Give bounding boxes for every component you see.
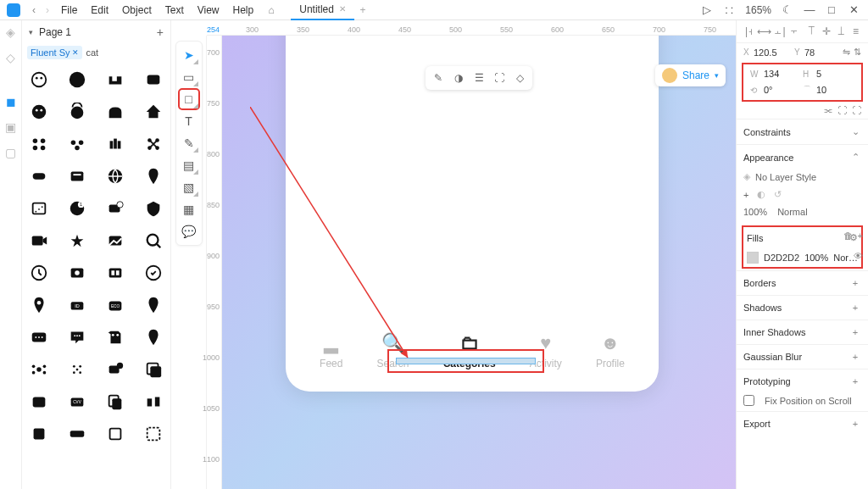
icon-item[interactable] (142, 132, 165, 156)
icon-item[interactable] (142, 422, 165, 446)
component-icon[interactable]: ◇ (510, 69, 529, 86)
icon-item[interactable] (142, 261, 165, 285)
close-window-icon[interactable]: ✕ (843, 3, 865, 16)
blur-section[interactable]: Gaussian Blur+ (737, 344, 868, 369)
prop-y[interactable]: 78 (804, 47, 833, 58)
icon-item[interactable] (27, 132, 51, 156)
prop-radius[interactable]: 10 (816, 85, 852, 95)
close-tab-icon[interactable]: ✕ (339, 4, 346, 14)
flip-h-icon[interactable]: ⇋ (843, 47, 850, 58)
icon-item[interactable] (27, 422, 51, 446)
zoom-value[interactable]: 165% (745, 4, 771, 16)
icon-item[interactable] (142, 164, 165, 188)
icon-item[interactable] (142, 293, 165, 317)
prop-height[interactable]: 5 (816, 69, 852, 79)
icon-item[interactable] (142, 325, 165, 349)
shadows-section[interactable]: Shadows+ (737, 295, 868, 320)
rectangle-tool-icon[interactable]: □ (179, 89, 199, 109)
icon-item[interactable] (65, 164, 89, 188)
fill-hex[interactable]: D2D2D2 (764, 253, 799, 263)
add-icon[interactable]: + (849, 278, 861, 288)
menu-help[interactable]: Help (226, 4, 261, 16)
prop-x[interactable]: 120.5 (754, 47, 794, 58)
icon-item[interactable] (65, 132, 89, 156)
icon-item[interactable] (103, 325, 127, 349)
icon-item[interactable] (142, 390, 165, 414)
icon-item[interactable] (27, 229, 51, 253)
add-page-icon[interactable]: + (157, 25, 164, 39)
icon-item[interactable] (65, 422, 89, 446)
lock-icon[interactable]: ⫘ (823, 105, 832, 115)
rail-image-icon[interactable]: ▣ (4, 120, 18, 134)
frame-tool-icon[interactable]: ▭ (179, 67, 199, 87)
icon-item[interactable] (27, 293, 51, 317)
align-bottom-icon[interactable]: ⟘ (836, 25, 847, 37)
icon-item[interactable] (142, 358, 165, 381)
minimize-icon[interactable]: — (798, 3, 821, 16)
icon-item[interactable] (65, 325, 89, 349)
app-logo[interactable] (7, 3, 20, 17)
menu-edit[interactable]: Edit (84, 4, 115, 16)
icon-item[interactable] (27, 68, 51, 92)
rail-misc-icon[interactable]: ▢ (4, 146, 18, 159)
rail-assets-icon[interactable]: ◼ (4, 95, 18, 108)
align-hcenter-icon[interactable]: ⟷ (758, 25, 770, 37)
fill-opacity[interactable]: 100% (804, 253, 828, 263)
icon-item[interactable] (27, 100, 51, 124)
add-icon[interactable]: + (849, 327, 861, 337)
nav-feed[interactable]: ▂Feed (320, 332, 342, 370)
maximize-icon[interactable]: □ (821, 3, 843, 16)
distribute-v-icon[interactable]: ≡ (850, 25, 861, 37)
appearance-section[interactable]: Appearance ⌃ (737, 144, 868, 169)
nav-back-icon[interactable]: ‹ (27, 4, 41, 16)
align-top-icon[interactable]: ⟙ (806, 25, 817, 37)
rail-components-icon[interactable]: ◇ (4, 51, 18, 64)
delete-fill-icon[interactable]: 🗑 (843, 231, 853, 241)
align-left-icon[interactable]: |⫞ (743, 25, 754, 37)
icon-item[interactable] (27, 164, 51, 188)
grid-icon[interactable]: ⸬ (718, 3, 740, 17)
icon-item[interactable]: ECO (103, 293, 127, 317)
crop-icon[interactable]: ⛶ (490, 69, 509, 86)
add-icon[interactable]: + (849, 419, 861, 429)
theme-icon[interactable]: ☾ (776, 3, 798, 16)
menu-file[interactable]: File (54, 4, 84, 16)
nav-profile[interactable]: ☻Profile (596, 332, 625, 370)
fix-scroll-checkbox[interactable] (743, 395, 754, 406)
menu-text[interactable]: Text (159, 4, 191, 16)
text-tool-icon[interactable]: T (179, 111, 199, 131)
visibility-icon[interactable]: 👁 (854, 251, 863, 261)
add-fill-icon[interactable]: + (858, 231, 863, 241)
expand-corner-icon[interactable]: ⛶ (837, 105, 847, 115)
icon-item[interactable] (103, 390, 127, 414)
component-tool-icon[interactable]: ▧ (179, 177, 199, 197)
icon-item[interactable] (103, 100, 127, 124)
icon-item[interactable] (142, 68, 165, 92)
icon-item[interactable] (142, 229, 165, 253)
reset-icon[interactable]: ↺ (774, 189, 782, 200)
opacity-value[interactable]: 100% (743, 207, 767, 217)
rail-layers-icon[interactable]: ◈ (4, 25, 18, 39)
adjust-icon[interactable]: ☰ (470, 69, 488, 86)
prop-width[interactable]: 134 (764, 69, 799, 79)
remove-tag-icon[interactable]: ✕ (72, 48, 79, 57)
prop-rotation[interactable]: 0° (764, 85, 799, 95)
flip-v-icon[interactable]: ⇅ (854, 47, 861, 58)
icon-item[interactable] (27, 325, 51, 349)
icon-item[interactable]: ID (65, 293, 89, 317)
distribute-h-icon[interactable]: ⫟ (788, 25, 799, 37)
expand-corner2-icon[interactable]: ⛶ (852, 105, 861, 115)
layout-tool-icon[interactable]: ▦ (179, 199, 199, 219)
fill-swatch[interactable] (747, 252, 759, 264)
filter-tag[interactable]: Fluent Sy ✕ (27, 46, 82, 59)
borders-section[interactable]: Borders+ (737, 270, 868, 295)
icon-item[interactable] (65, 358, 89, 381)
edit-icon[interactable]: ✎ (429, 69, 448, 86)
add-icon[interactable]: + (849, 376, 861, 386)
share-button[interactable]: Share ▾ (655, 64, 726, 86)
add-icon[interactable]: + (849, 303, 861, 313)
icon-item[interactable] (142, 197, 165, 220)
icon-item[interactable] (103, 358, 127, 381)
menu-object[interactable]: Object (115, 4, 159, 16)
play-icon[interactable]: ▷ (696, 3, 718, 16)
